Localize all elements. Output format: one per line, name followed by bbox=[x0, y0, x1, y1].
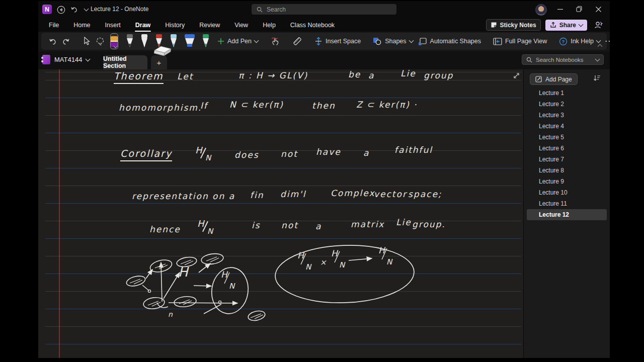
ink-diagram: Hn×HNHNHNHN bbox=[38, 69, 523, 358]
notebook-name: MAT4144 bbox=[54, 56, 82, 63]
page-list: Lecture 1Lecture 2Lecture 3Lecture 4Lect… bbox=[524, 87, 610, 220]
share-button[interactable]: Share bbox=[545, 20, 587, 31]
sort-pages-icon[interactable] bbox=[593, 74, 601, 81]
ink-help-button[interactable]: ? Ink Help bbox=[559, 37, 600, 46]
page-lecture-12[interactable]: Lecture 12 bbox=[527, 209, 607, 220]
menu-file[interactable]: File bbox=[48, 20, 59, 30]
share-label: Share bbox=[559, 22, 576, 29]
add-pen-label: Add Pen bbox=[227, 38, 252, 45]
add-pen-button[interactable]: Add Pen bbox=[217, 38, 258, 45]
sticky-notes-button[interactable]: Sticky Notes bbox=[486, 19, 541, 31]
ruler-icon[interactable] bbox=[292, 35, 302, 47]
notebook-dropdown[interactable]: MAT4144 bbox=[42, 55, 90, 64]
menu-draw[interactable]: Draw bbox=[135, 20, 151, 30]
add-pen-chevron-icon bbox=[254, 38, 259, 43]
window-title: Lecture 12 - OneNote bbox=[91, 6, 148, 13]
lasso-select-icon[interactable] bbox=[96, 35, 105, 47]
automatic-shapes-button[interactable]: Automatic Shapes bbox=[418, 37, 481, 46]
page-lecture-5[interactable]: Lecture 5 bbox=[524, 132, 610, 143]
page-lecture-4[interactable]: Lecture 4 bbox=[524, 121, 610, 132]
share-chevron-icon bbox=[579, 22, 584, 27]
select-pointer-icon[interactable] bbox=[83, 35, 91, 47]
page-lecture-10[interactable]: Lecture 10 bbox=[524, 187, 610, 198]
search-notebooks-placeholder: Search Notebooks bbox=[536, 57, 584, 63]
shapes-button[interactable]: Shapes bbox=[373, 37, 413, 45]
draw-ribbon: Add Pen Insert Space Shapes bbox=[38, 32, 610, 51]
sticky-notes-label: Sticky Notes bbox=[500, 22, 536, 29]
shapes-label: Shapes bbox=[385, 38, 406, 45]
expand-page-icon[interactable] bbox=[513, 72, 520, 79]
menu-view[interactable]: View bbox=[234, 20, 249, 30]
plus-icon bbox=[217, 38, 224, 45]
page-lecture-9[interactable]: Lecture 9 bbox=[524, 176, 610, 187]
search-placeholder: Search bbox=[267, 6, 286, 13]
eraser-cursor-icon bbox=[153, 45, 173, 58]
svg-text:×: × bbox=[320, 258, 327, 267]
pen-green[interactable] bbox=[201, 34, 210, 49]
page-lecture-8[interactable]: Lecture 8 bbox=[524, 165, 610, 176]
page-lecture-3[interactable]: Lecture 3 bbox=[524, 110, 610, 121]
share-icon bbox=[550, 22, 556, 28]
insert-space-button[interactable]: Insert Space bbox=[314, 36, 361, 46]
search-icon bbox=[526, 57, 532, 63]
search-input[interactable]: Search bbox=[252, 4, 396, 15]
undo-ribbon-icon[interactable] bbox=[48, 35, 57, 47]
meet-now-icon[interactable] bbox=[592, 21, 605, 30]
page-lecture-2[interactable]: Lecture 2 bbox=[524, 99, 610, 110]
tab-untitled-section[interactable]: Untitled Section bbox=[103, 55, 147, 69]
automatic-shapes-icon bbox=[418, 37, 427, 46]
menu-items: FileHomeInsertDrawHistoryReviewViewHelpC… bbox=[48, 20, 349, 30]
pen-white[interactable] bbox=[140, 34, 149, 49]
draw-with-touch-icon[interactable] bbox=[270, 35, 280, 47]
page-lecture-1[interactable]: Lecture 1 bbox=[524, 87, 610, 99]
search-icon bbox=[257, 7, 263, 13]
sticky-note-icon bbox=[491, 22, 497, 28]
section-tabbar: MAT4144 Untitled Section + Search Notebo… bbox=[38, 51, 610, 69]
menubar: FileHomeInsertDrawHistoryReviewViewHelpC… bbox=[38, 18, 610, 32]
add-page-button[interactable]: Add Page bbox=[530, 73, 578, 85]
highlighter-blue[interactable] bbox=[184, 34, 196, 49]
svg-text:?: ? bbox=[562, 39, 565, 44]
full-page-view-button[interactable]: Full Page View bbox=[493, 38, 547, 45]
add-page-label: Add Page bbox=[545, 76, 572, 83]
collapse-ribbon-icon[interactable] bbox=[598, 41, 602, 50]
menu-insert[interactable]: Insert bbox=[105, 20, 121, 30]
undo-icon[interactable] bbox=[68, 4, 79, 15]
notebook-chevron-icon bbox=[86, 56, 91, 61]
back-icon[interactable] bbox=[55, 4, 66, 15]
page-lecture-6[interactable]: Lecture 6 bbox=[524, 143, 610, 154]
pen-gray[interactable] bbox=[125, 34, 134, 49]
redo-ribbon-icon[interactable] bbox=[62, 35, 70, 47]
search-scope-chevron-icon bbox=[595, 56, 600, 61]
svg-text:H: H bbox=[178, 264, 189, 280]
menu-history[interactable]: History bbox=[165, 20, 185, 30]
menu-class-notebook[interactable]: Class Notebook bbox=[290, 20, 335, 30]
add-section-label: + bbox=[157, 58, 162, 67]
insert-space-label: Insert Space bbox=[326, 38, 361, 45]
full-page-view-label: Full Page View bbox=[505, 38, 547, 45]
shapes-icon bbox=[373, 37, 382, 45]
menu-home[interactable]: Home bbox=[73, 20, 91, 30]
page-lecture-11[interactable]: Lecture 11 bbox=[524, 198, 610, 209]
titlebar: N Lecture 12 - OneNote Search bbox=[38, 1, 610, 18]
restore-button[interactable] bbox=[571, 1, 588, 17]
onenote-window: N Lecture 12 - OneNote Search FileHomeIn… bbox=[38, 1, 610, 358]
section-tab-label: Untitled Section bbox=[103, 55, 147, 69]
page-canvas[interactable]: TheoremLetπ : H → GL(V)beaLiegrouphomomo… bbox=[38, 69, 523, 358]
menu-review[interactable]: Review bbox=[199, 20, 220, 30]
svg-text:N: N bbox=[339, 260, 346, 269]
eraser-tool-selected[interactable] bbox=[110, 33, 118, 49]
minimize-button[interactable] bbox=[551, 1, 569, 17]
page-lecture-7[interactable]: Lecture 7 bbox=[524, 154, 610, 165]
add-page-icon bbox=[535, 76, 542, 82]
shapes-chevron-icon bbox=[409, 38, 414, 43]
more-options-button[interactable]: ··· bbox=[605, 38, 610, 45]
close-button[interactable] bbox=[590, 1, 607, 17]
svg-text:N: N bbox=[305, 262, 312, 272]
ink-help-label: Ink Help bbox=[571, 38, 594, 45]
account-avatar[interactable] bbox=[535, 4, 547, 16]
notebook-icon bbox=[42, 55, 50, 64]
customize-toolbar-chevron-icon[interactable] bbox=[80, 4, 92, 15]
menu-help[interactable]: Help bbox=[262, 20, 276, 30]
search-notebooks-input[interactable]: Search Notebooks bbox=[522, 54, 604, 65]
